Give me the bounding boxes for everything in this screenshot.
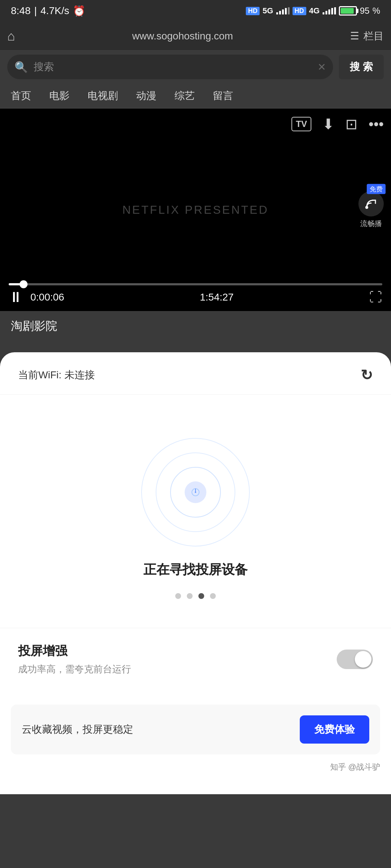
content-title-bar: 淘剧影院 <box>0 311 391 341</box>
search-icon: 🔍 <box>14 61 28 73</box>
tab-messages[interactable]: 留言 <box>213 89 233 103</box>
wifi-status-text: 当前WiFi: 未连接 <box>18 368 95 382</box>
battery-percent: 95 <box>360 6 370 16</box>
hd-badge-right: HD <box>293 7 306 15</box>
signal-bars-right <box>323 7 336 14</box>
screenshot-icon[interactable]: ⊡ <box>345 116 358 132</box>
dot-2 <box>187 593 193 599</box>
nav-tabs: 首页 电影 电视剧 动漫 综艺 留言 <box>0 83 391 109</box>
battery-icon <box>339 6 357 16</box>
white-panel: 当前WiFi: 未连接 ↻ 正在寻找投屏设备 <box>0 352 391 794</box>
hd-badge-left: HD <box>246 7 260 15</box>
netflix-logo: NETFLIX PRESENTED <box>122 203 269 217</box>
search-button[interactable]: 搜 索 <box>339 55 384 79</box>
tv-icon[interactable]: TV <box>291 117 311 131</box>
wifi-status-bar: 当前WiFi: 未连接 ↻ <box>0 352 391 395</box>
status-left: 8:48 | 4.7K/s ⏰ <box>11 5 85 17</box>
enhancement-section: 投屏增强 成功率高，需夸克前台运行 <box>0 628 391 690</box>
cta-button[interactable]: 免费体验 <box>300 715 369 744</box>
enhancement-info: 投屏增强 成功率高，需夸克前台运行 <box>18 643 131 676</box>
search-input-wrapper[interactable]: 🔍 搜索 ✕ <box>7 55 333 79</box>
enhancement-desc: 成功率高，需夸克前台运行 <box>18 663 131 676</box>
hamburger-icon: ☰ <box>350 30 359 42</box>
progress-bar[interactable] <box>9 283 382 285</box>
cast-badge: 免费 <box>367 184 386 194</box>
playback-left: ⏸ 0:00:06 <box>9 289 64 305</box>
refresh-icon[interactable]: ↻ <box>361 367 373 383</box>
searching-area: 正在寻找投屏设备 <box>0 395 391 628</box>
video-top-controls: TV ⬇ ⊡ ••• <box>291 116 384 132</box>
dot-4 <box>210 593 216 599</box>
signal-5g: 5G <box>262 6 273 16</box>
home-icon[interactable]: ⌂ <box>7 29 15 44</box>
clear-icon[interactable]: ✕ <box>318 61 326 73</box>
cta-section: 云收藏视频，投屏更稳定 免费体验 <box>11 705 380 754</box>
search-placeholder: 搜索 <box>34 60 312 74</box>
tab-tv[interactable]: 电视剧 <box>88 89 118 103</box>
browser-menu[interactable]: ☰ 栏目 <box>350 29 384 43</box>
tab-home[interactable]: 首页 <box>11 89 31 103</box>
searching-title: 正在寻找投屏设备 <box>143 561 248 579</box>
signal-4g: 4G <box>309 6 320 16</box>
search-bar: 🔍 搜索 ✕ 搜 索 <box>0 51 391 83</box>
toggle-knob <box>355 651 371 668</box>
tab-variety[interactable]: 综艺 <box>175 89 195 103</box>
video-bottom-controls: ⏸ 0:00:06 1:54:27 ⛶ <box>0 277 391 311</box>
network-speed: 4.7K/s <box>41 5 69 17</box>
cast-icon[interactable] <box>358 191 384 217</box>
speed-display: | <box>34 5 37 17</box>
svg-point-0 <box>365 206 368 209</box>
footer-text: 知乎 @战斗驴 <box>330 762 380 771</box>
content-title: 淘剧影院 <box>11 319 57 332</box>
enhancement-row: 投屏增强 成功率高，需夸克前台运行 <box>18 643 373 676</box>
browser-bar: ⌂ www.sogohosting.com ☰ 栏目 <box>0 22 391 51</box>
battery-fill <box>341 8 354 14</box>
alarm-icon: ⏰ <box>73 5 85 17</box>
more-icon[interactable]: ••• <box>369 116 384 132</box>
status-right: HD 5G HD 4G 95% <box>246 6 380 16</box>
scan-ring-inner <box>170 467 221 518</box>
video-player[interactable]: TV ⬇ ⊡ ••• NETFLIX PRESENTED 免费 流畅播 ⏸ <box>0 109 391 311</box>
signal-bars-left <box>276 7 290 14</box>
footer: 知乎 @战斗驴 <box>0 754 391 780</box>
cta-text: 云收藏视频，投屏更稳定 <box>22 723 133 736</box>
download-icon[interactable]: ⬇ <box>322 116 335 132</box>
time-total: 1:54:27 <box>200 292 234 303</box>
time-display: 8:48 <box>11 5 31 17</box>
scan-animation <box>141 438 250 546</box>
dot-1 <box>175 593 181 599</box>
tab-movies[interactable]: 电影 <box>49 89 70 103</box>
dot-3 <box>198 593 204 599</box>
cast-label: 流畅播 <box>360 219 382 229</box>
menu-label: 栏目 <box>363 29 384 43</box>
time-current: 0:00:06 <box>30 292 64 303</box>
playback-row: ⏸ 0:00:06 1:54:27 ⛶ <box>9 289 382 305</box>
play-pause-button[interactable]: ⏸ <box>9 289 23 305</box>
url-display[interactable]: www.sogohosting.com <box>132 30 233 42</box>
dots-indicator <box>175 593 216 599</box>
fullscreen-button[interactable]: ⛶ <box>369 290 382 305</box>
enhancement-title: 投屏增强 <box>18 643 131 659</box>
battery-tip <box>357 9 358 13</box>
status-bar: 8:48 | 4.7K/s ⏰ HD 5G HD 4G 95% <box>0 0 391 22</box>
enhancement-toggle[interactable] <box>337 650 373 669</box>
tab-anime[interactable]: 动漫 <box>136 89 156 103</box>
cast-button[interactable]: 免费 流畅播 <box>358 191 384 229</box>
progress-thumb[interactable] <box>20 280 28 288</box>
